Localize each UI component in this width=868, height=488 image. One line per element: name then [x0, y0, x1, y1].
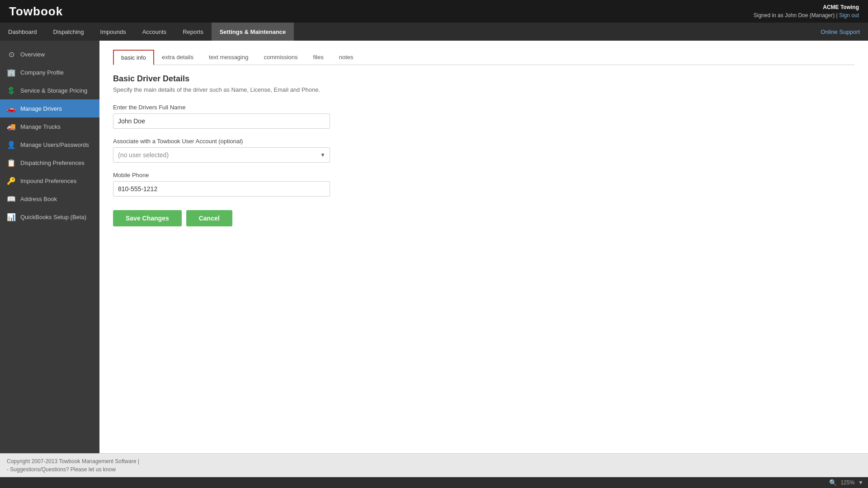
nav-dispatching[interactable]: Dispatching [45, 23, 92, 41]
manage-trucks-icon: 🚚 [7, 122, 16, 131]
sidebar-item-address-book[interactable]: 📖 Address Book [0, 190, 99, 208]
nav-reports[interactable]: Reports [175, 23, 212, 41]
sidebar-label-company-profile: Company Profile [20, 69, 64, 76]
sidebar-item-company-profile[interactable]: 🏢 Company Profile [0, 63, 99, 81]
footer-copyright: Copyright 2007-2013 Towbook Management S… [7, 458, 861, 465]
nav-accounts[interactable]: Accounts [134, 23, 175, 41]
top-bar: Towbook ACME Towing Signed in as John Do… [0, 0, 868, 23]
nav-settings[interactable]: Settings & Maintenance [212, 23, 294, 41]
sidebar-item-overview[interactable]: ⊙ Overview [0, 45, 99, 63]
associate-label: Associate with a Towbook User Account (o… [113, 138, 854, 145]
name-field-group: Enter the Drivers Full Name [113, 104, 854, 129]
sidebar-label-overview: Overview [20, 51, 45, 58]
zoom-level: 125% [840, 479, 854, 486]
main-nav: Dashboard Dispatching Impounds Accounts … [0, 23, 868, 41]
tab-commissions[interactable]: commissions [256, 50, 305, 65]
company-name: ACME Towing [823, 4, 859, 10]
quickbooks-icon: 📊 [7, 212, 16, 221]
tab-basic-info[interactable]: basic info [113, 50, 154, 65]
sidebar-label-pricing: Service & Storage Pricing [20, 87, 87, 94]
sidebar-item-manage-users[interactable]: 👤 Manage Users/Passwords [0, 136, 99, 154]
associate-select-wrapper: (no user selected) ▼ [113, 147, 330, 163]
sidebar-item-pricing[interactable]: 💲 Service & Storage Pricing [0, 81, 99, 99]
address-book-icon: 📖 [7, 194, 16, 203]
footer: Copyright 2007-2013 Towbook Management S… [0, 453, 868, 477]
nav-online-support[interactable]: Online Support [812, 28, 868, 35]
tab-extra-details[interactable]: extra details [154, 50, 201, 65]
sidebar-label-manage-trucks: Manage Trucks [20, 123, 61, 130]
sidebar-item-dispatching-prefs[interactable]: 📋 Dispatching Preferences [0, 154, 99, 172]
footer-suggestion: - Suggestions/Questions? Please let us k… [7, 466, 861, 473]
main-content: basic info extra details text messaging … [99, 41, 868, 453]
pricing-icon: 💲 [7, 86, 16, 95]
mobile-label: Mobile Phone [113, 172, 854, 178]
nav-impounds[interactable]: Impounds [92, 23, 134, 41]
company-profile-icon: 🏢 [7, 68, 16, 77]
tab-bar: basic info extra details text messaging … [113, 50, 854, 65]
sidebar-label-impound-prefs: Impound Preferences [20, 178, 76, 184]
sidebar-label-quickbooks: QuickBooks Setup (Beta) [20, 214, 86, 221]
sign-out-link[interactable]: Sign out [839, 12, 859, 19]
section-title: Basic Driver Details [113, 74, 854, 84]
associate-select[interactable]: (no user selected) [113, 147, 330, 163]
button-row: Save Changes Cancel [113, 210, 854, 226]
associate-field-group: Associate with a Towbook User Account (o… [113, 138, 854, 163]
top-right-info: ACME Towing Signed in as John Doe (Manag… [754, 3, 859, 19]
name-label: Enter the Drivers Full Name [113, 104, 854, 111]
app-title: Towbook [9, 5, 63, 19]
sidebar-label-address-book: Address Book [20, 196, 57, 202]
section-desc: Specify the main details of the driver s… [113, 86, 854, 93]
zoom-bar: 🔍 125% ▼ [0, 477, 868, 488]
dispatching-prefs-icon: 📋 [7, 158, 16, 167]
mobile-field-group: Mobile Phone [113, 172, 854, 197]
page-layout: ⊙ Overview 🏢 Company Profile 💲 Service &… [0, 41, 868, 453]
impound-prefs-icon: 🔑 [7, 176, 16, 185]
nav-dashboard[interactable]: Dashboard [0, 23, 45, 41]
tab-files[interactable]: files [306, 50, 331, 65]
sidebar-label-dispatching-prefs: Dispatching Preferences [20, 160, 85, 166]
zoom-icon: 🔍 [829, 479, 837, 486]
overview-icon: ⊙ [7, 50, 16, 59]
manage-users-icon: 👤 [7, 140, 16, 149]
save-changes-button[interactable]: Save Changes [113, 210, 182, 226]
sidebar-item-quickbooks[interactable]: 📊 QuickBooks Setup (Beta) [0, 208, 99, 226]
cancel-button[interactable]: Cancel [186, 210, 232, 226]
mobile-phone-input[interactable] [113, 181, 330, 197]
sidebar-item-manage-trucks[interactable]: 🚚 Manage Trucks [0, 117, 99, 136]
driver-name-input[interactable] [113, 113, 330, 129]
tab-notes[interactable]: notes [331, 50, 361, 65]
sidebar-item-manage-drivers[interactable]: 🚗 Manage Drivers [0, 99, 99, 117]
zoom-dropdown-icon[interactable]: ▼ [858, 479, 863, 486]
tab-text-messaging[interactable]: text messaging [201, 50, 256, 65]
sidebar: ⊙ Overview 🏢 Company Profile 💲 Service &… [0, 41, 99, 453]
sidebar-label-manage-drivers: Manage Drivers [20, 105, 62, 112]
sidebar-item-impound-prefs[interactable]: 🔑 Impound Preferences [0, 172, 99, 190]
signed-in-label: Signed in as John Doe (Manager) | [754, 12, 838, 19]
manage-drivers-icon: 🚗 [7, 104, 16, 113]
sidebar-label-manage-users: Manage Users/Passwords [20, 141, 89, 148]
